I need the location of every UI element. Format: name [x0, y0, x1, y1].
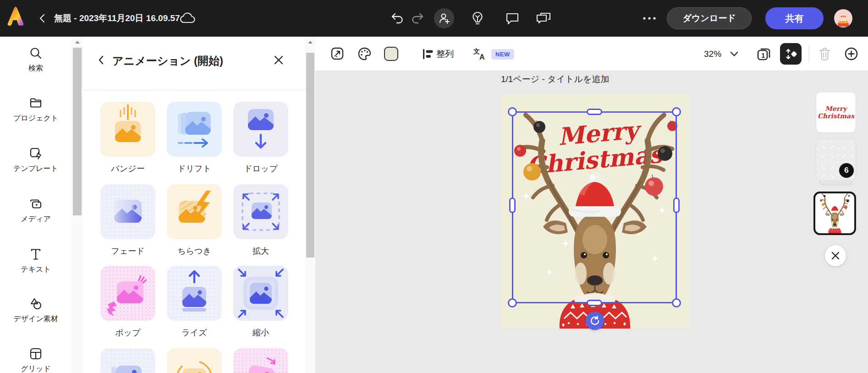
- panel-title: アニメーション (開始): [112, 54, 223, 68]
- pages-icon[interactable]: 1: [756, 46, 771, 61]
- sidebar-item-design-assets[interactable]: デザイン素材: [0, 297, 71, 336]
- zoom-in-animation-icon: [233, 184, 288, 239]
- drop-animation-icon: [233, 102, 288, 157]
- share-button-label: 共有: [786, 12, 804, 25]
- document-title[interactable]: 無題 - 2023年11月20日 16.09.57: [54, 0, 180, 37]
- media-icon: [29, 197, 42, 210]
- animation-tile-drift[interactable]: ドリフト: [167, 102, 222, 174]
- resize-handle-sw[interactable]: [508, 298, 517, 307]
- trash-icon[interactable]: [818, 47, 832, 61]
- page-thumbnail-text[interactable]: MerryChristmas: [816, 92, 856, 133]
- chevron-down-icon[interactable]: [730, 51, 738, 57]
- zoom-level[interactable]: 32%: [704, 37, 721, 71]
- lightbulb-icon[interactable]: [471, 11, 484, 25]
- topbar: 無題 - 2023年11月20日 16.09.57: [0, 0, 868, 37]
- sidebar-item-label: プロジェクト: [0, 114, 71, 123]
- animation-tile-flicker[interactable]: ちらつき: [167, 184, 222, 257]
- scrollbar-thumb[interactable]: [73, 48, 82, 215]
- pop-animation-icon: [100, 266, 155, 321]
- redo-icon[interactable]: [411, 12, 424, 25]
- animation-tile-bungee[interactable]: バンジー: [100, 102, 155, 174]
- svg-text:1: 1: [761, 51, 765, 59]
- tile-label: ポップ: [100, 327, 155, 338]
- feedback-icon[interactable]: [536, 12, 551, 25]
- page-label[interactable]: 1/1ページ - タイトルを追加: [501, 73, 730, 85]
- back-chevron-icon[interactable]: [38, 13, 48, 23]
- undo-icon[interactable]: [391, 12, 404, 25]
- align-icon[interactable]: [422, 49, 434, 60]
- text-icon: [29, 248, 42, 261]
- sidebar-scrollbar[interactable]: [71, 37, 83, 373]
- toolbar-divider: [809, 45, 809, 63]
- animation-tile-partial-3[interactable]: [233, 348, 288, 373]
- sidebar-item-label: テキスト: [0, 265, 71, 274]
- slide-animation-icon: [100, 348, 155, 373]
- download-button[interactable]: ダウンロード: [667, 7, 752, 29]
- sidebar-item-templates[interactable]: テンプレート: [0, 147, 71, 186]
- sidebar-item-label: グリッド: [0, 364, 71, 373]
- animation-tile-rise[interactable]: ライズ: [167, 266, 222, 338]
- sidebar-item-label: デザイン素材: [0, 314, 71, 324]
- tile-label: ちらつき: [167, 246, 222, 257]
- page-thumbnail-deer[interactable]: [813, 192, 856, 235]
- animation-tile-shrink[interactable]: 縮小: [233, 266, 288, 338]
- selection-box[interactable]: [512, 111, 677, 303]
- scroll-up-arrow[interactable]: [71, 37, 83, 48]
- scroll-up-arrow[interactable]: [305, 37, 315, 48]
- translate-icon[interactable]: 文 A: [473, 48, 487, 60]
- animation-tile-partial-1[interactable]: [100, 348, 155, 373]
- panel-scrollbar[interactable]: [305, 37, 315, 373]
- share-button[interactable]: 共有: [765, 7, 824, 29]
- sidebar-item-label: 検索: [0, 64, 71, 73]
- sidebar-item-grid[interactable]: グリッド: [0, 347, 71, 373]
- deselect-button[interactable]: [825, 245, 846, 266]
- animation-tile-drop[interactable]: ドロップ: [233, 102, 288, 174]
- rotate-icon: [590, 316, 600, 326]
- rotate-handle[interactable]: [586, 312, 604, 330]
- tile-label: ドロップ: [233, 163, 288, 174]
- animation-tile-zoom-in[interactable]: 拡大: [233, 184, 288, 257]
- scrollbar-thumb[interactable]: [306, 53, 314, 258]
- add-page-icon[interactable]: [844, 47, 858, 61]
- resize-handle-nw[interactable]: [508, 107, 517, 116]
- resize-handle-e[interactable]: [673, 197, 680, 213]
- animation-icon: [784, 47, 798, 61]
- animation-tile-fade[interactable]: フェード: [100, 184, 155, 257]
- resize-handle-s[interactable]: [587, 300, 602, 306]
- flicker-animation-icon: [167, 184, 222, 239]
- comment-icon[interactable]: [505, 12, 519, 24]
- grid-icon: [29, 347, 42, 360]
- sidebar-item-search[interactable]: 検索: [0, 47, 71, 85]
- drift-animation-icon: [167, 102, 222, 157]
- sidebar-item-media[interactable]: メディア: [0, 197, 71, 236]
- resize-icon[interactable]: [330, 47, 344, 60]
- cloud-sync-icon: [180, 12, 195, 25]
- panel-close-icon[interactable]: [273, 54, 285, 66]
- color-palette-icon[interactable]: [357, 47, 372, 61]
- resize-handle-se[interactable]: [672, 298, 681, 307]
- tile-label: フェード: [100, 246, 155, 257]
- thumbnail-stack: [819, 181, 852, 185]
- sidebar-item-text[interactable]: テキスト: [0, 248, 71, 286]
- adobe-express-logo-icon[interactable]: [7, 6, 24, 27]
- resize-handle-ne[interactable]: [672, 107, 681, 116]
- svg-text:文: 文: [473, 48, 480, 55]
- panel-back-icon[interactable]: [96, 55, 107, 66]
- invite-user-button[interactable]: [434, 8, 454, 28]
- resize-handle-w[interactable]: [509, 197, 516, 213]
- search-icon: [29, 47, 42, 60]
- animation-panel-button[interactable]: [780, 43, 802, 65]
- document-color-swatch[interactable]: [384, 47, 398, 61]
- animation-tile-pop[interactable]: ポップ: [100, 266, 155, 338]
- avatar[interactable]: [834, 9, 852, 27]
- thumb-text-line1: Merry: [825, 105, 846, 112]
- animation-panel: アニメーション (開始) バンジー: [83, 37, 305, 373]
- tile-label: 縮小: [233, 327, 288, 338]
- align-label[interactable]: 整列: [436, 37, 454, 71]
- animation-tile-partial-2[interactable]: [167, 348, 222, 373]
- resize-handle-n[interactable]: [587, 109, 602, 115]
- sidebar-item-projects[interactable]: プロジェクト: [0, 97, 71, 135]
- more-options-icon[interactable]: [643, 16, 657, 20]
- badge-count: 6: [844, 166, 848, 175]
- close-icon: [830, 251, 841, 261]
